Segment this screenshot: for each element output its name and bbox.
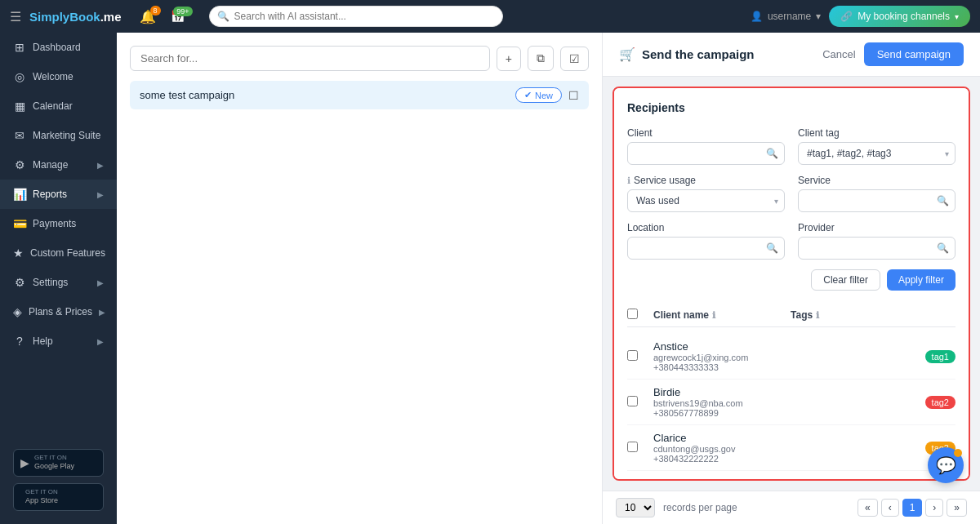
cancel-button[interactable]: Cancel xyxy=(822,48,855,60)
sidebar-label-help: Help xyxy=(33,335,53,347)
page-prev-button[interactable]: ‹ xyxy=(881,499,899,517)
filter-actions: Clear filter Apply filter xyxy=(627,269,956,291)
booking-arrow-icon: ▾ xyxy=(955,12,959,21)
provider-input[interactable] xyxy=(798,237,956,260)
send-campaign-button[interactable]: Send campaign xyxy=(864,42,964,66)
add-button[interactable]: + xyxy=(497,47,521,71)
copy-button[interactable]: ⧉ xyxy=(528,46,554,71)
help-icon: ? xyxy=(13,335,26,348)
service-search-icon: 🔍 xyxy=(937,195,949,206)
page-1-button[interactable]: 1 xyxy=(902,499,923,517)
client-phone-anstice: +380443333333 xyxy=(653,362,915,372)
sidebar-label-calendar: Calendar xyxy=(33,100,73,112)
per-page-select[interactable]: 10 xyxy=(616,498,655,517)
client-input[interactable] xyxy=(627,142,785,165)
sidebar-label-welcome: Welcome xyxy=(33,71,74,82)
sidebar-item-welcome[interactable]: ◎ Welcome xyxy=(0,62,117,91)
menu-icon[interactable]: ☰ xyxy=(10,9,21,24)
user-area[interactable]: 👤 username ▾ xyxy=(751,11,821,22)
top-nav: ☰ SimplyBook.me 🔔 8 📅 99+ 🔍 👤 username ▾… xyxy=(0,0,980,33)
search-icon: 🔍 xyxy=(217,11,229,22)
client-checkbox-anstice[interactable] xyxy=(627,350,638,361)
client-email-anstice: agrewcock1j@xing.com xyxy=(653,353,915,362)
payments-icon: 💳 xyxy=(13,217,26,230)
sidebar-item-custom[interactable]: ★ Custom Features xyxy=(0,238,117,268)
sidebar-item-payments[interactable]: 💳 Payments xyxy=(0,209,117,238)
client-row: Birdie bstrivens19@nba.com +380567778899… xyxy=(627,380,956,425)
content-area: + ⧉ ☑ some test campaign ✔ New ☐ xyxy=(117,33,980,524)
select-all-checkbox[interactable] xyxy=(627,309,638,319)
client-phone-clarice: +380432222222 xyxy=(653,454,915,464)
sidebar-item-reports[interactable]: 📊 Reports ▶ xyxy=(0,180,117,209)
client-list-header: Client name ℹ Tags ℹ xyxy=(627,304,956,327)
pagination-bar: 10 records per page « ‹ 1 › » xyxy=(603,491,980,524)
app-store-small: GET IT ON xyxy=(25,488,58,496)
service-usage-select[interactable]: Was used xyxy=(627,189,785,212)
sidebar-item-dashboard[interactable]: ⊞ Dashboard xyxy=(0,33,117,62)
check-button[interactable]: ☑ xyxy=(560,47,589,71)
username-label: username xyxy=(768,11,811,22)
settings-arrow-icon: ▶ xyxy=(97,278,104,287)
cal-badge: 99+ xyxy=(173,7,192,16)
welcome-icon: ◎ xyxy=(13,70,26,83)
campaign-item: some test campaign ✔ New ☐ xyxy=(130,81,589,109)
rp-title-text: Send the campaign xyxy=(642,47,755,61)
sidebar-item-calendar[interactable]: ▦ Calendar xyxy=(0,91,117,121)
campaign-name: some test campaign xyxy=(140,89,234,101)
manage-icon: ⚙ xyxy=(13,158,26,171)
recipients-title: Recipients xyxy=(627,101,956,114)
apply-filter-button[interactable]: Apply filter xyxy=(887,269,956,291)
cart-icon: 🛒 xyxy=(619,47,635,62)
logo: SimplyBook.me xyxy=(29,10,122,24)
manage-arrow-icon: ▶ xyxy=(97,161,104,170)
marketing-icon: ✉ xyxy=(13,129,26,142)
custom-icon: ★ xyxy=(13,246,24,260)
google-play-badge[interactable]: ▶ GET IT ON Google Play xyxy=(13,449,104,477)
page-first-button[interactable]: « xyxy=(858,499,878,517)
sidebar-item-manage[interactable]: ⚙ Manage ▶ xyxy=(0,150,117,180)
left-panel-header: + ⧉ ☑ xyxy=(130,46,589,71)
client-name-birdie: Birdie xyxy=(653,386,915,398)
app-store-label: App Store xyxy=(25,496,58,506)
search-area: 🔍 xyxy=(209,6,503,27)
page-last-button[interactable]: » xyxy=(947,499,967,517)
location-input[interactable] xyxy=(627,237,785,260)
rp-actions: Cancel Send campaign xyxy=(822,42,964,66)
sidebar-item-marketing[interactable]: ✉ Marketing Suite xyxy=(0,121,117,150)
service-input[interactable] xyxy=(798,189,956,212)
provider-label: Provider xyxy=(798,222,956,233)
client-name-clarice: Clarice xyxy=(653,432,915,444)
client-tag-select[interactable]: #tag1, #tag2, #tag3 xyxy=(798,142,956,165)
bell-badge: 8 xyxy=(150,6,161,16)
booking-channels-button[interactable]: 🔗 My booking channels ▾ xyxy=(829,6,970,27)
per-page-label: records per page xyxy=(663,502,737,513)
reports-icon: 📊 xyxy=(13,188,26,201)
client-email-clarice: cduntong@usgs.gov xyxy=(653,444,915,454)
info-icon: ℹ xyxy=(627,175,630,186)
page-next-button[interactable]: › xyxy=(925,499,943,517)
search-input[interactable] xyxy=(209,6,503,27)
calendar-area: 📅 99+ xyxy=(171,10,185,23)
client-checkbox-clarice[interactable] xyxy=(627,442,638,452)
sidebar-label-dashboard: Dashboard xyxy=(33,42,81,53)
app-store-badge[interactable]: GET IT ON App Store xyxy=(13,483,104,511)
tags-info-icon: ℹ xyxy=(816,310,819,321)
clear-filter-button[interactable]: Clear filter xyxy=(811,269,880,291)
filter-service-usage: ℹ Service usage Was used ▾ xyxy=(627,175,785,212)
sidebar-item-plans[interactable]: ◈ Plans & Prices ▶ xyxy=(0,297,117,326)
campaign-checkbox[interactable]: ☐ xyxy=(568,89,579,102)
campaign-search-input[interactable] xyxy=(130,46,490,71)
sidebar-item-settings[interactable]: ⚙ Settings ▶ xyxy=(0,268,117,297)
left-panel: + ⧉ ☑ some test campaign ✔ New ☐ xyxy=(117,33,603,524)
chat-bubble-button[interactable]: 💬 xyxy=(928,447,964,483)
reports-arrow-icon: ▶ xyxy=(97,190,104,199)
client-checkbox-birdie[interactable] xyxy=(627,396,638,406)
badge-label: New xyxy=(535,91,553,100)
provider-search-icon: 🔍 xyxy=(937,242,949,254)
google-play-small: GET IT ON xyxy=(34,454,74,462)
client-row: Anstice agrewcock1j@xing.com +3804433333… xyxy=(627,334,956,380)
filter-location: Location 🔍 xyxy=(627,222,785,260)
sidebar-item-help[interactable]: ? Help ▶ xyxy=(0,326,117,356)
filter-provider: Provider 🔍 xyxy=(798,222,956,260)
sidebar-label-plans: Plans & Prices xyxy=(29,306,92,318)
